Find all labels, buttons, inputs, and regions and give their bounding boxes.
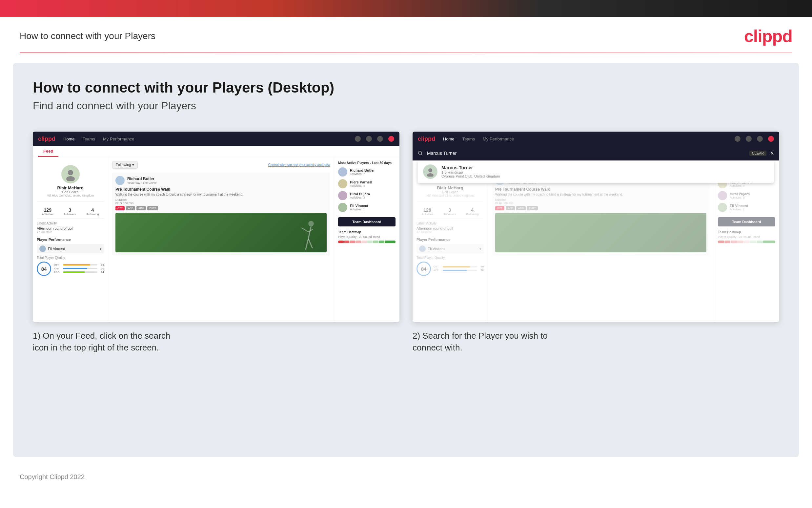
- bar-app-label-2: APP: [434, 269, 441, 272]
- bar-ott-fill: [63, 264, 90, 265]
- tag-ott: OTT: [115, 206, 125, 210]
- search-query[interactable]: Marcus Turner: [427, 151, 746, 156]
- svg-point-2: [308, 221, 314, 226]
- active-avatar-r4: [718, 203, 727, 212]
- search-icon[interactable]: [355, 136, 361, 142]
- avatar-icon[interactable]: [388, 136, 394, 142]
- search-icon-2[interactable]: [734, 136, 741, 142]
- team-dashboard-button-2: Team Dashboard: [718, 217, 775, 226]
- svg-line-3: [308, 226, 311, 239]
- right-panel-1: Most Active Players - Last 30 days Richa…: [334, 157, 399, 322]
- mock-nav-home[interactable]: Home: [63, 136, 75, 141]
- mock-nav-myperformance-2[interactable]: My Performance: [483, 136, 514, 141]
- bar-ott: OTT 79: [54, 263, 104, 266]
- bar-ott-label: OTT: [54, 263, 62, 266]
- active-player-1: Richard Butler Activities: 7: [338, 167, 395, 176]
- active-info-4: Eli Vincent Activities: 1: [350, 204, 395, 211]
- svg-line-4: [306, 239, 308, 249]
- player-performance-title: Player Performance: [37, 238, 104, 242]
- mock-nav-teams[interactable]: Teams: [83, 136, 95, 141]
- stat-following-value: 4: [86, 207, 99, 213]
- stat-activities-label-2: Activities: [421, 213, 433, 216]
- bar-app-track-2: [443, 270, 477, 271]
- latest-activity-label: Latest Activity: [37, 221, 104, 225]
- main-subheading: Find and connect with your Players: [33, 100, 779, 112]
- profile-name: Blair McHarg: [37, 185, 104, 190]
- mock-nav-teams-2[interactable]: Teams: [463, 136, 475, 141]
- control-link[interactable]: Control who can see your activity and da…: [268, 163, 330, 167]
- heatmap-bar: [338, 241, 395, 243]
- bar-arg-num: 64: [99, 271, 104, 274]
- bar-app-2: APP 70: [434, 269, 484, 272]
- settings-icon[interactable]: [377, 136, 383, 142]
- search-result[interactable]: Marcus Turner 1-5 Handicap Cypress Point…: [418, 161, 774, 183]
- search-bar-icon: [418, 151, 423, 156]
- tag-app-2: APP: [506, 206, 515, 210]
- score-row: 84 OTT 79: [37, 261, 104, 276]
- tag-putt: PUTT: [147, 206, 158, 210]
- footer: Copyright Clippd 2022: [0, 467, 812, 487]
- user-icon-2[interactable]: [746, 136, 752, 142]
- stat-following-2: 4 Following: [466, 207, 478, 216]
- active-activities-1: Activities: 7: [350, 172, 395, 176]
- latest-date: 27 Jul 2022: [37, 230, 104, 234]
- bar-ott-num: 79: [99, 263, 104, 266]
- active-activities-r3: Activities: 3: [730, 196, 775, 199]
- close-icon[interactable]: ×: [770, 150, 774, 157]
- top-bar: [0, 0, 812, 17]
- mock-nav-myperformance[interactable]: My Performance: [103, 136, 134, 141]
- tag-putt-2: PUTT: [527, 206, 538, 210]
- player-select[interactable]: Eli Vincent ▾: [37, 244, 104, 253]
- tag-arg-2: ARG: [516, 206, 526, 210]
- feed-tab[interactable]: Feed: [38, 146, 58, 157]
- active-player-r3: Hiral Pujara Activities: 3: [718, 191, 775, 200]
- player-select-name: Eli Vincent: [48, 247, 98, 251]
- following-row: Following ▾ Control who can see your act…: [112, 161, 330, 169]
- quality-label: Total Player Quality: [37, 256, 104, 260]
- mock-browser-1: clippd Home Teams My Performance Feed: [33, 132, 399, 322]
- active-avatar-4: [338, 203, 347, 212]
- team-dashboard-button[interactable]: Team Dashboard: [338, 217, 395, 226]
- avatar-icon-2[interactable]: [768, 136, 774, 142]
- profile-stats-2: 129 Activities 3 Followers 4 Following: [417, 205, 484, 219]
- active-player-3: Hiral Pujara Activities: 3: [338, 191, 395, 200]
- active-name-3: Hiral Pujara: [350, 192, 395, 196]
- mock-tab-bar-1: Feed: [33, 146, 399, 157]
- bar-arg: ARG 64: [54, 271, 104, 274]
- active-info-2: Piers Parnell Activities: 4: [350, 180, 395, 187]
- stat-activities-value-2: 129: [421, 207, 433, 213]
- clear-button[interactable]: CLEAR: [749, 151, 767, 156]
- main-content: How to connect with your Players (Deskto…: [13, 63, 799, 457]
- player-select-avatar-2: [419, 246, 426, 252]
- player-select-2: Eli Vincent ▾: [417, 244, 484, 253]
- mock-nav-home-2[interactable]: Home: [443, 136, 455, 141]
- user-icon[interactable]: [366, 136, 372, 142]
- stat-following-value-2: 4: [466, 207, 478, 213]
- active-info-r3: Hiral Pujara Activities: 3: [730, 192, 775, 199]
- active-player-2: Piers Parnell Activities: 4: [338, 179, 395, 188]
- settings-icon-2[interactable]: [757, 136, 763, 142]
- bar-ott-track-2: [443, 266, 477, 267]
- stat-followers-label-2: Followers: [443, 213, 456, 216]
- active-player-r4: Eli Vincent Activities: 1: [718, 203, 775, 212]
- latest-activity-2: Afternoon round of golf: [417, 226, 484, 230]
- mock-nav-icons-1: [355, 136, 394, 142]
- header-divider: [20, 52, 792, 53]
- caption-2: 2) Search for the Player you wish toconn…: [413, 330, 779, 354]
- post-card-2: Richard Butler Yesterday · The Grove Pre…: [492, 173, 710, 256]
- following-button[interactable]: Following ▾: [112, 161, 138, 169]
- most-active-title: Most Active Players - Last 30 days: [338, 161, 395, 165]
- profile-stats: 129 Activities 3 Followers 4 Following: [37, 205, 104, 219]
- post-image: [115, 213, 327, 252]
- result-handicap: 1-5 Handicap: [441, 170, 500, 174]
- post-desc-2: Walking the course with my coach to buil…: [495, 193, 706, 196]
- heatmap-title-2: Team Heatmap: [718, 230, 775, 234]
- quality-label-2: Total Player Quality: [417, 256, 484, 260]
- post-card: Richard Butler Yesterday · The Grove Pre…: [112, 173, 330, 256]
- active-activities-r4: Activities: 1: [730, 208, 775, 211]
- post-tags: OTT APP ARG PUTT: [115, 206, 327, 210]
- mock-nav-1: clippd Home Teams My Performance: [33, 132, 399, 146]
- bar-app: APP 70: [54, 267, 104, 270]
- bar-ott-fill-2: [443, 266, 470, 267]
- mock-browser-2: clippd Home Teams My Performance: [413, 132, 779, 322]
